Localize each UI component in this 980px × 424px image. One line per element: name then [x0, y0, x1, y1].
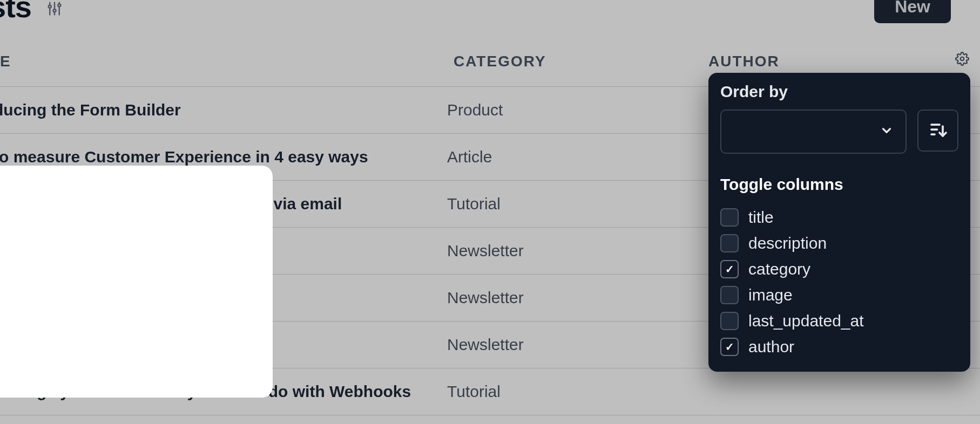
checkbox[interactable]: ✓ — [720, 260, 739, 278]
order-by-label: Order by — [720, 83, 958, 101]
checkbox[interactable] — [720, 234, 739, 252]
checkbox[interactable] — [720, 286, 739, 304]
sort-direction-button[interactable] — [917, 110, 958, 152]
checkbox-label: description — [748, 234, 827, 252]
column-header-category[interactable]: CATEGORY — [454, 53, 708, 70]
toggle-column-category[interactable]: ✓category — [720, 256, 958, 282]
svg-point-6 — [961, 57, 964, 61]
row-title: ducing the Form Builder — [0, 101, 447, 119]
row-category: Newsletter — [447, 242, 702, 260]
page-title: sts — [0, 0, 31, 22]
checkbox-label: author — [748, 338, 794, 356]
row-title: to measure Customer Experience in 4 easy… — [0, 148, 447, 166]
title-group: sts — [0, 0, 63, 22]
row-category: Newsletter — [447, 336, 702, 354]
checkbox-label: last_updated_at — [748, 312, 864, 330]
check-icon: ✓ — [725, 264, 734, 275]
checkbox-label: title — [748, 208, 774, 227]
row-category: Article — [447, 148, 702, 166]
sliders-icon[interactable] — [46, 1, 63, 19]
checkbox[interactable] — [720, 312, 739, 330]
check-icon: ✓ — [725, 341, 734, 352]
row-category: Tutorial — [447, 382, 702, 401]
order-by-select[interactable] — [720, 110, 907, 154]
checkbox-label: category — [748, 260, 810, 278]
new-button[interactable]: New — [874, 0, 951, 23]
popover-highlight — [0, 166, 273, 398]
page-header: sts New — [0, 0, 980, 27]
order-by-section: Order by — [708, 73, 970, 168]
row-category: Tutorial — [447, 195, 702, 213]
toggle-columns-section: Toggle columns titledescription✓category… — [708, 168, 970, 372]
column-header-title[interactable]: E — [0, 53, 454, 70]
column-settings-popover: Order by — [708, 73, 970, 372]
toggle-column-title[interactable]: title — [720, 204, 958, 230]
row-category: Product — [447, 101, 702, 119]
checkbox[interactable]: ✓ — [720, 338, 739, 356]
toggle-column-last_updated_at[interactable]: last_updated_at — [720, 308, 958, 334]
row-category: Newsletter — [447, 289, 702, 307]
chevron-down-icon — [880, 124, 894, 140]
column-header-author[interactable]: AUTHOR — [708, 53, 980, 70]
svg-point-3 — [53, 9, 56, 12]
toggle-column-image[interactable]: image — [720, 282, 958, 308]
toggle-column-description[interactable]: description — [720, 230, 958, 256]
toggle-columns-label: Toggle columns — [720, 175, 958, 194]
toggle-column-author[interactable]: ✓author — [720, 334, 958, 360]
gear-icon[interactable] — [955, 52, 969, 68]
sort-descending-icon — [928, 120, 948, 141]
svg-point-1 — [49, 5, 51, 8]
page-root: sts New E CATEGORY AUTHOR ducing — [0, 0, 980, 424]
svg-point-5 — [58, 4, 60, 6]
checkbox-label: image — [748, 286, 793, 304]
checkbox[interactable] — [720, 208, 739, 227]
order-row — [720, 110, 958, 154]
